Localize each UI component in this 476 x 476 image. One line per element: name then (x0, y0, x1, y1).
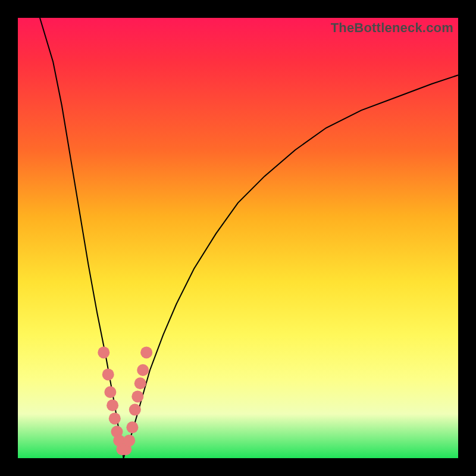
highlight-dot (131, 390, 143, 402)
outer-frame: TheBottleneck.com (0, 0, 476, 476)
highlight-dot (109, 412, 121, 424)
highlight-dot (107, 399, 118, 411)
highlight-dot (140, 346, 152, 358)
curve-right-branch (124, 75, 458, 458)
highlight-dot (98, 346, 109, 358)
highlight-dot (123, 434, 135, 446)
highlight-dot (102, 368, 114, 380)
highlight-dots-group (98, 346, 152, 455)
highlight-dot (137, 364, 149, 376)
highlight-dot (129, 404, 141, 416)
bottleneck-curve (18, 18, 458, 458)
plot-area: TheBottleneck.com (18, 18, 458, 458)
highlight-dot (126, 421, 138, 433)
highlight-dot (104, 386, 116, 398)
highlight-dot (134, 377, 146, 389)
